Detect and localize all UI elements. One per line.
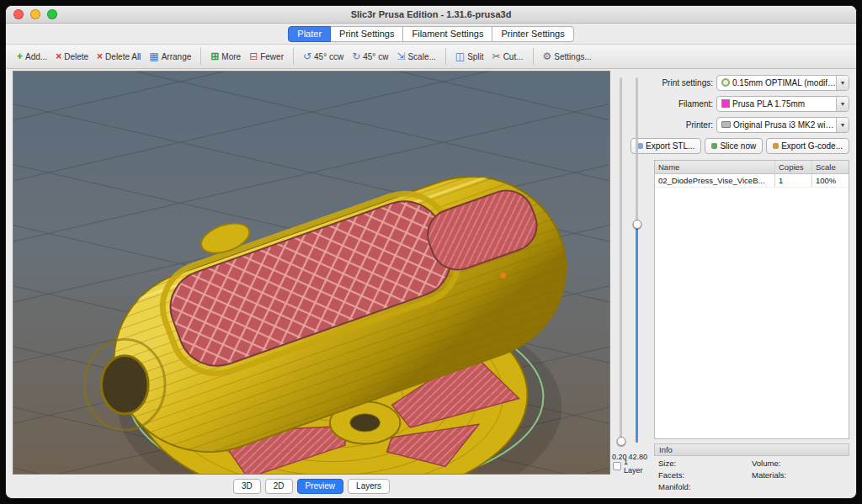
info-materials-label: Materials: xyxy=(752,470,845,480)
delete-icon: × xyxy=(56,51,61,61)
rotate-ccw-button-label: 45° ccw xyxy=(314,52,343,61)
print-settings-value: 0.15mm OPTIMAL (modified) xyxy=(732,78,836,88)
info-facets-label: Facets: xyxy=(658,470,752,480)
scale-button-label: Scale... xyxy=(407,52,435,61)
view-button-2d[interactable]: 2D xyxy=(265,479,293,494)
fewer-copies-icon: ⊟ xyxy=(249,51,258,61)
layer-slider-max-track[interactable] xyxy=(636,77,638,443)
info-volume-label: Volume: xyxy=(752,459,845,468)
object-table-header: Name Copies Scale xyxy=(655,161,849,174)
settings-tabbar: Plater Print Settings Filament Settings … xyxy=(6,24,856,44)
zoom-window-button[interactable] xyxy=(47,9,57,19)
chevron-down-icon: ▾ xyxy=(836,76,849,90)
layer-slider-min-handle[interactable] xyxy=(616,437,625,446)
print-settings-dropdown[interactable]: 0.15mm OPTIMAL (modified) ▾ xyxy=(716,75,849,91)
layer-slider-fill xyxy=(636,224,638,443)
rotate-cw-icon: ↻ xyxy=(352,51,360,61)
more-button-label: More xyxy=(221,52,241,61)
object-scale-cell: 100% xyxy=(811,174,849,187)
layer-slider-max-handle[interactable] xyxy=(632,220,641,229)
object-table-empty-area xyxy=(655,188,849,438)
layer-slider-min-track[interactable] xyxy=(620,77,622,443)
column-header-copies: Copies xyxy=(774,161,811,173)
main-area: 3D 2D Preview Layers 0.20 42.80 1 Layer xyxy=(6,69,856,498)
close-window-button[interactable] xyxy=(13,9,24,19)
rotate-cw-button[interactable]: ↻ 45° cw xyxy=(348,50,392,63)
filament-row: Filament: Prusa PLA 1.75mm ▾ xyxy=(654,95,849,112)
delete-button-label: Delete xyxy=(64,52,88,61)
delete-all-button[interactable]: × Delete All xyxy=(93,50,145,63)
preview-3d-scene xyxy=(13,72,609,474)
toolbar-separator xyxy=(200,48,201,65)
more-button[interactable]: ⊞ More xyxy=(206,50,245,63)
chevron-down-icon: ▾ xyxy=(836,118,849,132)
tab-printer-settings[interactable]: Printer Settings xyxy=(492,26,573,42)
viewport-column: 3D 2D Preview Layers xyxy=(6,69,610,498)
delete-all-icon: × xyxy=(97,51,103,61)
toolbar-separator xyxy=(533,48,534,65)
delete-all-button-label: Delete All xyxy=(105,52,141,61)
column-header-scale: Scale xyxy=(811,161,849,173)
export-gcode-label: Export G-code... xyxy=(781,141,843,151)
view-button-preview[interactable]: Preview xyxy=(297,479,344,494)
slice-now-icon xyxy=(711,143,717,149)
info-section-title: Info xyxy=(654,443,849,456)
cut-icon: ✂ xyxy=(492,51,501,61)
export-gcode-button[interactable]: Export G-code... xyxy=(766,138,849,154)
fewer-button[interactable]: ⊟ Fewer xyxy=(245,50,288,63)
cut-button[interactable]: ✂ Cut... xyxy=(488,50,528,63)
fewer-button-label: Fewer xyxy=(260,52,284,61)
minimize-window-button[interactable] xyxy=(30,9,40,19)
scale-icon: ⇲ xyxy=(396,51,405,61)
layer-slider-strip: 0.20 42.80 1 Layer xyxy=(610,69,649,498)
scale-button[interactable]: ⇲ Scale... xyxy=(392,50,439,63)
info-spacer xyxy=(752,482,845,491)
settings-icon: ⚙ xyxy=(543,51,552,61)
object-settings-button-label: Settings... xyxy=(554,52,591,61)
cut-button-label: Cut... xyxy=(503,52,524,61)
one-layer-label: 1 Layer xyxy=(624,458,649,475)
tab-plater[interactable]: Plater xyxy=(288,26,331,42)
print-settings-label: Print settings: xyxy=(654,78,713,88)
toolbar: + Add... × Delete × Delete All ▦ Arrange… xyxy=(6,44,856,69)
view-button-3d[interactable]: 3D xyxy=(233,479,261,494)
action-buttons-row: Export STL... Slice now Export G-code... xyxy=(654,138,849,154)
arrange-button-label: Arrange xyxy=(162,52,192,61)
cylinder-end-hole xyxy=(101,356,148,414)
rotate-cw-button-label: 45° cw xyxy=(363,52,388,61)
view-button-layers[interactable]: Layers xyxy=(348,479,390,494)
printer-value: Original Prusa i3 MK2 with ZHop xyxy=(733,120,836,130)
printer-icon xyxy=(721,121,731,128)
arrange-button[interactable]: ▦ Arrange xyxy=(145,50,195,63)
print-settings-icon xyxy=(721,78,730,87)
support-marker-dot xyxy=(500,273,506,279)
object-name-cell: 02_DiodePress_Vise_ViceB... xyxy=(655,174,774,187)
tab-print-settings[interactable]: Print Settings xyxy=(331,26,403,42)
add-button[interactable]: + Add... xyxy=(13,50,51,63)
printer-dropdown[interactable]: Original Prusa i3 MK2 with ZHop ▾ xyxy=(716,117,849,133)
object-settings-button[interactable]: ⚙ Settings... xyxy=(539,50,596,63)
toolbar-separator xyxy=(293,48,294,65)
disc-hub-hole xyxy=(350,414,380,432)
preview-3d-viewport[interactable] xyxy=(13,71,610,475)
slice-now-label: Slice now xyxy=(720,141,756,151)
add-button-label: Add... xyxy=(25,52,47,61)
export-stl-label: Export STL... xyxy=(646,141,694,151)
filament-label: Filament: xyxy=(654,99,713,109)
split-icon: ◫ xyxy=(455,51,465,61)
delete-button[interactable]: × Delete xyxy=(51,50,93,63)
tab-filament-settings[interactable]: Filament Settings xyxy=(403,26,492,42)
arrange-icon: ▦ xyxy=(149,51,158,61)
filament-dropdown[interactable]: Prusa PLA 1.75mm ▾ xyxy=(716,96,849,112)
rotate-ccw-button[interactable]: ↺ 45° ccw xyxy=(299,50,348,63)
slice-now-button[interactable]: Slice now xyxy=(705,138,763,154)
window-title: Slic3r Prusa Edition - 1.31.6-prusa3d xyxy=(351,9,512,19)
split-button-label: Split xyxy=(467,52,483,61)
object-table: Name Copies Scale 02_DiodePress_Vise_Vic… xyxy=(654,160,849,439)
one-layer-checkbox[interactable] xyxy=(613,462,621,470)
slic3r-window: Slic3r Prusa Edition - 1.31.6-prusa3d Pl… xyxy=(5,5,857,499)
table-row[interactable]: 02_DiodePress_Vise_ViceB... 1 100% xyxy=(655,174,849,188)
export-gcode-icon xyxy=(773,143,779,149)
filament-value: Prusa PLA 1.75mm xyxy=(732,99,836,109)
split-button[interactable]: ◫ Split xyxy=(451,50,488,63)
